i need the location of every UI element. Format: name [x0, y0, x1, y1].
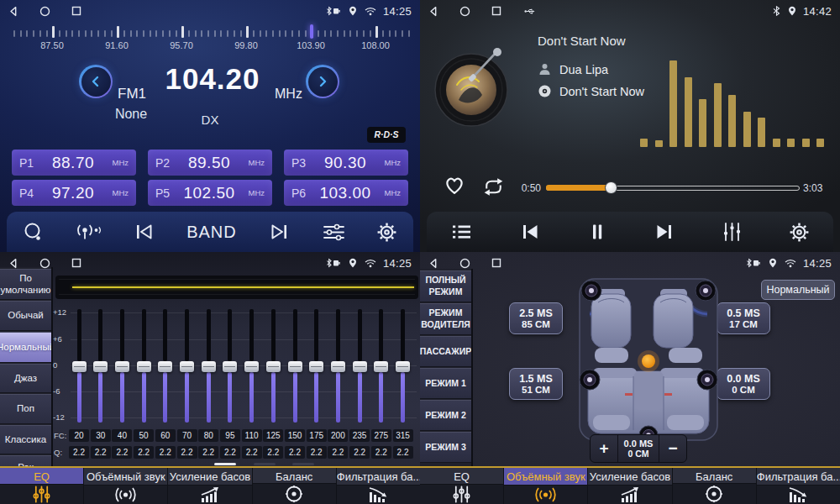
position-mode-item-4[interactable]: РЕЖИМ 2 — [420, 400, 471, 431]
q-value[interactable]: 2.2 — [328, 446, 348, 459]
position-mode-item-5[interactable]: РЕЖИМ 3 — [420, 432, 471, 463]
tab-balance[interactable]: Баланс — [253, 468, 337, 504]
settings-icon[interactable] — [789, 222, 810, 243]
fc-value[interactable]: 110 — [242, 429, 262, 442]
broadcast-stations-icon[interactable] — [76, 222, 102, 243]
q-value[interactable]: 2.2 — [263, 446, 283, 459]
eq-slider-knob[interactable] — [223, 361, 237, 372]
radio-preset-button[interactable]: P497.20MHz — [12, 180, 136, 206]
eq-preset-item-4[interactable]: Поп — [0, 394, 51, 424]
eq-preset-item-5[interactable]: Классика — [0, 425, 51, 454]
position-mode-item-3[interactable]: РЕЖИМ 1 — [420, 368, 471, 399]
q-value[interactable]: 2.2 — [220, 446, 240, 459]
recents-icon[interactable] — [491, 258, 501, 268]
tab-surround-sound[interactable]: Объёмный звук — [84, 468, 168, 504]
fc-value[interactable]: 235 — [349, 429, 370, 442]
radio-preset-button[interactable]: P5102.50MHz — [148, 180, 272, 206]
home-icon[interactable] — [39, 258, 50, 269]
tune-up-button[interactable] — [306, 65, 339, 98]
repeat-icon[interactable] — [480, 176, 507, 197]
fc-value[interactable]: 40 — [112, 429, 132, 442]
settings-icon[interactable] — [376, 222, 397, 243]
radio-preset-button[interactable]: P390.30MHz — [284, 150, 408, 176]
eq-slider-knob[interactable] — [244, 361, 259, 372]
recents-icon[interactable] — [491, 6, 501, 16]
fc-value[interactable]: 315 — [393, 429, 413, 442]
radio-preset-button[interactable]: P6103.00MHz — [284, 180, 408, 206]
q-value[interactable]: 2.2 — [198, 446, 218, 459]
eq-slider-knob[interactable] — [93, 361, 108, 372]
progress-thumb[interactable] — [605, 181, 617, 194]
tab-filter[interactable]: Фильтрация ба... — [757, 468, 840, 504]
tab-balance[interactable]: Баланс — [673, 468, 757, 504]
home-icon[interactable] — [459, 258, 470, 269]
tab-surround-sound[interactable]: Объёмный звук — [504, 468, 588, 504]
eq-slider-knob[interactable] — [331, 361, 345, 372]
tune-down-button[interactable] — [79, 65, 113, 98]
q-value[interactable]: 2.2 — [112, 446, 132, 459]
eq-slider-knob[interactable] — [158, 361, 172, 372]
fc-value[interactable]: 150 — [285, 429, 305, 442]
tab-bass-boost[interactable]: Усиление басов — [168, 468, 252, 504]
q-value[interactable]: 2.2 — [69, 446, 89, 459]
fc-value[interactable]: 30 — [91, 429, 111, 442]
next-track-icon[interactable] — [654, 222, 675, 242]
eq-slider-knob[interactable] — [374, 361, 388, 372]
fc-value[interactable]: 200 — [328, 429, 348, 442]
home-icon[interactable] — [39, 6, 50, 17]
car-cabin-diagram[interactable] — [578, 277, 719, 442]
q-value[interactable]: 2.2 — [371, 446, 391, 459]
dx-mode-label[interactable]: DX — [192, 113, 228, 127]
position-mode-item-1[interactable]: РЕЖИМ ВОДИТЕЛЯ — [420, 303, 471, 335]
fc-value[interactable]: 70 — [177, 429, 197, 442]
eq-slider-knob[interactable] — [309, 361, 323, 372]
eq-slider-knob[interactable] — [396, 361, 410, 372]
back-icon[interactable] — [8, 6, 18, 17]
tab-bass-boost[interactable]: Усиление басов — [588, 468, 672, 504]
fc-value[interactable]: 80 — [198, 429, 218, 442]
position-preset-badge[interactable]: Нормальный — [761, 280, 835, 300]
previous-station-icon[interactable] — [133, 222, 155, 242]
fc-value[interactable]: 95 — [220, 429, 240, 442]
band-button[interactable]: BAND — [186, 223, 237, 242]
eq-slider-knob[interactable] — [353, 361, 367, 372]
album-art-vinyl[interactable] — [433, 48, 514, 129]
back-icon[interactable] — [428, 258, 438, 269]
tab-filter[interactable]: Фильтрация ба... — [337, 468, 420, 504]
previous-track-icon[interactable] — [519, 222, 541, 242]
eq-slider-knob[interactable] — [288, 361, 302, 372]
back-icon[interactable] — [428, 6, 438, 17]
eq-slider-knob[interactable] — [115, 361, 129, 372]
tab-eq[interactable]: EQ — [0, 468, 84, 504]
position-mode-item-0[interactable]: ПОЛНЫЙ РЕЖИМ — [420, 270, 471, 302]
scan-icon[interactable] — [22, 221, 45, 244]
eq-preset-item-6[interactable]: Рок — [0, 455, 51, 466]
eq-slider-knob[interactable] — [180, 361, 194, 372]
q-value[interactable]: 2.2 — [177, 446, 197, 459]
eq-slider-knob[interactable] — [72, 361, 87, 372]
eq-slider-knob[interactable] — [266, 361, 281, 372]
q-value[interactable]: 2.2 — [285, 446, 305, 459]
favorite-icon[interactable] — [442, 173, 467, 196]
q-value[interactable]: 2.2 — [242, 446, 262, 459]
next-station-icon[interactable] — [268, 222, 291, 242]
q-value[interactable]: 2.2 — [393, 446, 413, 459]
tab-eq[interactable]: EQ — [420, 468, 504, 504]
fc-value[interactable]: 125 — [263, 429, 283, 442]
fc-value[interactable]: 275 — [371, 429, 391, 442]
fc-value[interactable]: 175 — [307, 429, 327, 442]
fc-value[interactable]: 50 — [134, 429, 154, 442]
q-value[interactable]: 2.2 — [307, 446, 327, 459]
eq-preset-item-2[interactable]: Нормальный — [0, 332, 51, 363]
equalizer-icon[interactable] — [322, 222, 346, 243]
eq-preset-item-3[interactable]: Джаз — [0, 364, 51, 393]
delay-decrease-button[interactable]: − — [659, 435, 686, 462]
delay-front-left-button[interactable]: 2.5 MS 85 CM — [509, 302, 563, 334]
q-value[interactable]: 2.2 — [91, 446, 111, 459]
playlist-icon[interactable] — [450, 223, 473, 241]
q-value[interactable]: 2.2 — [155, 446, 176, 459]
eq-slider-knob[interactable] — [137, 361, 151, 372]
q-value[interactable]: 2.2 — [134, 446, 154, 459]
fc-value[interactable]: 60 — [155, 429, 176, 442]
position-mode-item-2[interactable]: ПАССАЖИР — [420, 336, 471, 367]
